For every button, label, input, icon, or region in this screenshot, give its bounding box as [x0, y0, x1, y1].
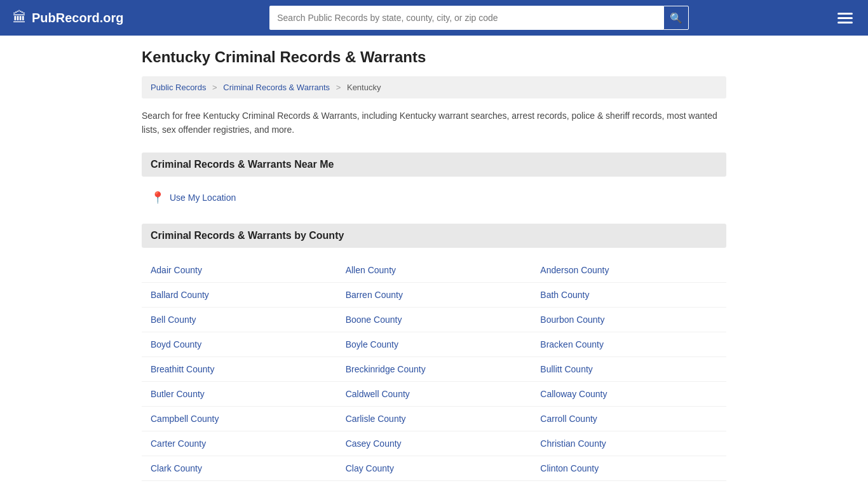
- search-button[interactable]: 🔍: [663, 6, 689, 30]
- location-icon: 📍: [151, 191, 165, 205]
- county-grid: Adair CountyAllen CountyAnderson CountyB…: [142, 258, 726, 488]
- use-my-location-link[interactable]: Use My Location: [170, 193, 236, 203]
- by-county-section: Criminal Records & Warrants by County Ad…: [142, 224, 726, 488]
- near-me-header: Criminal Records & Warrants Near Me: [142, 152, 726, 177]
- county-link[interactable]: Cumberland County: [337, 481, 532, 488]
- county-link[interactable]: Carter County: [142, 431, 337, 456]
- county-link[interactable]: Bourbon County: [531, 308, 726, 332]
- main-content: Kentucky Criminal Records & Warrants Pub…: [129, 36, 739, 488]
- county-link[interactable]: Butler County: [142, 382, 337, 407]
- breadcrumb: Public Records > Criminal Records & Warr…: [142, 76, 726, 98]
- near-me-section: Criminal Records & Warrants Near Me 📍 Us…: [142, 152, 726, 208]
- menu-bar-1: [837, 13, 853, 15]
- county-link[interactable]: Christian County: [531, 431, 726, 456]
- county-link[interactable]: Anderson County: [531, 258, 726, 283]
- site-header: 🏛 PubRecord.org 🔍: [0, 0, 868, 36]
- county-link[interactable]: Campbell County: [142, 407, 337, 431]
- county-link[interactable]: Bell County: [142, 308, 337, 332]
- page-description: Search for free Kentucky Criminal Record…: [142, 109, 726, 137]
- county-link[interactable]: Casey County: [337, 431, 532, 456]
- county-link[interactable]: Breckinridge County: [337, 357, 532, 382]
- search-input[interactable]: [269, 6, 663, 30]
- county-link[interactable]: Boyle County: [337, 332, 532, 357]
- county-link[interactable]: Clay County: [337, 456, 532, 481]
- county-link[interactable]: Daviess County: [531, 481, 726, 488]
- county-link[interactable]: Clinton County: [531, 456, 726, 481]
- search-icon: 🔍: [670, 12, 682, 24]
- menu-bar-3: [837, 22, 853, 24]
- logo[interactable]: 🏛 PubRecord.org: [13, 10, 123, 26]
- menu-bar-2: [837, 17, 853, 19]
- by-county-header: Criminal Records & Warrants by County: [142, 224, 726, 248]
- logo-icon: 🏛: [13, 10, 27, 26]
- county-link[interactable]: Crittenden County: [142, 481, 337, 488]
- breadcrumb-public-records[interactable]: Public Records: [151, 83, 206, 92]
- county-link[interactable]: Breathitt County: [142, 357, 337, 382]
- county-link[interactable]: Barren County: [337, 283, 532, 308]
- county-link[interactable]: Carroll County: [531, 407, 726, 431]
- page-title: Kentucky Criminal Records & Warrants: [142, 48, 726, 66]
- county-link[interactable]: Boyd County: [142, 332, 337, 357]
- location-row: 📍 Use My Location: [142, 187, 726, 208]
- county-link[interactable]: Boone County: [337, 308, 532, 332]
- county-link[interactable]: Allen County: [337, 258, 532, 283]
- breadcrumb-sep-2: >: [336, 83, 341, 92]
- county-link[interactable]: Calloway County: [531, 382, 726, 407]
- breadcrumb-sep-1: >: [212, 83, 217, 92]
- county-link[interactable]: Clark County: [142, 456, 337, 481]
- logo-text: PubRecord.org: [32, 11, 123, 25]
- county-link[interactable]: Caldwell County: [337, 382, 532, 407]
- county-link[interactable]: Ballard County: [142, 283, 337, 308]
- breadcrumb-criminal-records[interactable]: Criminal Records & Warrants: [223, 83, 330, 92]
- county-link[interactable]: Bullitt County: [531, 357, 726, 382]
- county-link[interactable]: Adair County: [142, 258, 337, 283]
- search-area: 🔍: [269, 6, 689, 30]
- county-link[interactable]: Bath County: [531, 283, 726, 308]
- county-link[interactable]: Carlisle County: [337, 407, 532, 431]
- menu-button[interactable]: [835, 10, 855, 26]
- county-link[interactable]: Bracken County: [531, 332, 726, 357]
- breadcrumb-current: Kentucky: [347, 83, 381, 92]
